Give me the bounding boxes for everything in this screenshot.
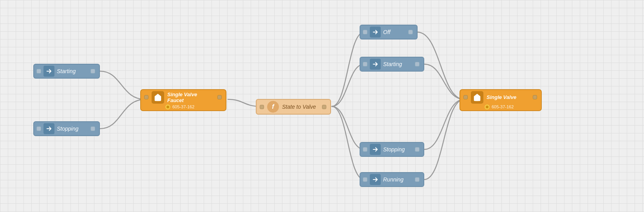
- func-icon: f: [267, 101, 279, 113]
- port-right: [415, 62, 420, 66]
- port-left: [363, 177, 367, 182]
- single-valve-sublabel: 605-37-162: [492, 104, 514, 109]
- inject-icon: [43, 66, 54, 77]
- sub-icon: [165, 104, 170, 110]
- port-right: [408, 30, 413, 34]
- inject-stopping-left[interactable]: Stopping: [33, 121, 100, 136]
- port-left: [363, 30, 367, 34]
- sub-icon: [485, 104, 490, 110]
- port-left: [36, 69, 41, 74]
- single-valve-faucet-node[interactable]: Single Valve Faucet 605-37-162: [140, 89, 226, 111]
- port-left: [260, 105, 264, 109]
- port-right: [322, 105, 326, 109]
- port-right: [90, 69, 95, 74]
- inject-starting-right-label: Starting: [383, 61, 402, 67]
- port-right: [533, 95, 537, 99]
- inject-icon: [370, 144, 381, 155]
- inject-stopping-left-label: Stopping: [57, 126, 78, 132]
- port-left: [463, 95, 468, 99]
- single-valve-node[interactable]: Single Valve 605-37-162: [459, 89, 542, 111]
- port-left: [36, 126, 41, 131]
- device-icon: [471, 91, 483, 104]
- port-left: [144, 95, 148, 99]
- flow-canvas[interactable]: Starting Stopping Single Valve Faucet: [0, 0, 644, 212]
- port-right: [90, 126, 95, 131]
- inject-off-label: Off: [383, 29, 391, 35]
- state-to-valve-label: State to Valve: [282, 104, 319, 110]
- inject-icon: [43, 123, 54, 134]
- inject-stopping-right-label: Stopping: [383, 146, 405, 153]
- inject-running-label: Running: [383, 176, 403, 183]
- port-right: [217, 95, 222, 99]
- single-valve-faucet-sublabel: 605-37-162: [172, 104, 194, 109]
- single-valve-faucet-label: Single Valve Faucet: [167, 92, 214, 103]
- inject-starting-left[interactable]: Starting: [33, 64, 100, 79]
- inject-stopping-right[interactable]: Stopping: [360, 142, 424, 157]
- port-right: [415, 177, 420, 182]
- inject-icon: [370, 27, 381, 38]
- port-left: [363, 62, 367, 66]
- inject-starting-left-label: Starting: [57, 68, 76, 74]
- port-left: [363, 147, 367, 152]
- state-to-valve-node[interactable]: f State to Valve: [256, 99, 331, 115]
- inject-icon: [370, 59, 381, 70]
- single-valve-label: Single Valve: [487, 94, 530, 100]
- inject-starting-right[interactable]: Starting: [360, 57, 424, 72]
- inject-icon: [370, 174, 381, 185]
- inject-off[interactable]: Off: [360, 25, 418, 40]
- port-right: [415, 147, 420, 152]
- device-icon: [152, 91, 164, 104]
- inject-running[interactable]: Running: [360, 172, 424, 187]
